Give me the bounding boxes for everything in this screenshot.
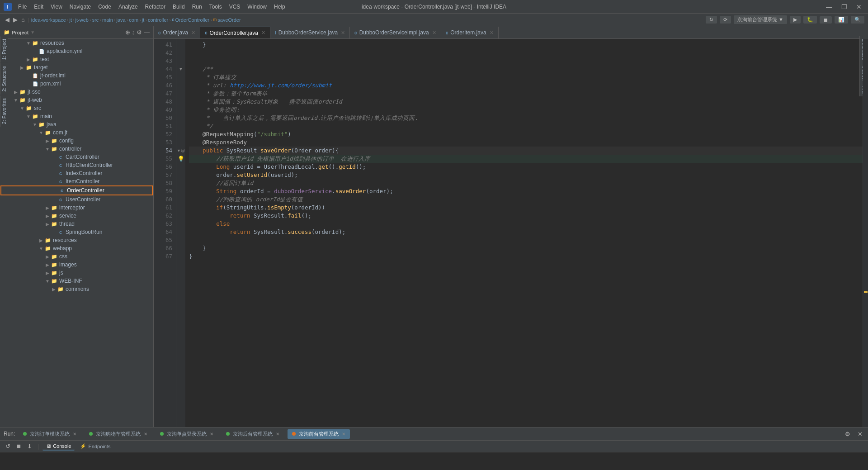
expand-arrow[interactable]: ▶ bbox=[44, 271, 51, 275]
breadcrumb-src[interactable]: src bbox=[92, 17, 99, 23]
expand-arrow[interactable]: ▶ bbox=[44, 205, 51, 210]
expand-arrow[interactable]: ▶ bbox=[44, 262, 51, 267]
sidebar-minimize-icon[interactable]: — bbox=[144, 29, 150, 36]
tree-main[interactable]: ▼ 📁 main bbox=[0, 112, 153, 120]
console-stop-icon[interactable]: ⏹ bbox=[14, 443, 24, 450]
tab-close[interactable]: ✕ bbox=[191, 30, 195, 36]
tree-cart-controller[interactable]: c CartController bbox=[0, 153, 153, 161]
tab-ordercontroller-java[interactable]: c OrderController.java ✕ bbox=[200, 27, 270, 38]
tree-httpclient-controller[interactable]: c HttpClientController bbox=[0, 161, 153, 169]
tree-interceptor[interactable]: ▶ 📁 interceptor bbox=[0, 204, 153, 212]
run-tab-close[interactable]: ✕ bbox=[342, 432, 345, 437]
expand-arrow[interactable]: ▼ bbox=[19, 106, 25, 111]
maximize-button[interactable]: ❐ bbox=[839, 2, 850, 11]
tree-item-controller[interactable]: c ItemController bbox=[0, 177, 153, 185]
expand-arrow[interactable]: ▶ bbox=[38, 238, 44, 243]
breadcrumb-ordercontroller[interactable]: OrderController bbox=[175, 17, 209, 23]
expand-arrow[interactable]: ▶ bbox=[44, 214, 51, 218]
run-tab-close[interactable]: ✕ bbox=[276, 432, 279, 437]
stop-button[interactable]: ⏹ bbox=[820, 16, 832, 24]
tree-jt-order-iml[interactable]: 📋 jt-order.iml bbox=[0, 71, 153, 80]
expand-arrow[interactable]: ▼ bbox=[38, 130, 44, 135]
tree-service[interactable]: ▶ 📁 service bbox=[0, 212, 153, 220]
debug-button[interactable]: 🐛 bbox=[803, 16, 817, 24]
menu-run[interactable]: Run bbox=[189, 3, 205, 11]
expand-arrow[interactable]: ▶ bbox=[44, 222, 51, 227]
profile-selector[interactable]: 京淘前台管理系统 ▼ bbox=[734, 15, 787, 24]
tree-thread[interactable]: ▶ 📁 thread bbox=[0, 220, 153, 228]
menu-file[interactable]: File bbox=[15, 3, 29, 11]
tree-springbootrun[interactable]: c SpringBootRun bbox=[0, 228, 153, 236]
console-tab-console[interactable]: 🖥 Console bbox=[42, 442, 75, 451]
expand-arrow[interactable]: ▼ bbox=[38, 246, 44, 251]
menu-help[interactable]: Help bbox=[271, 3, 288, 11]
favorites-panel-tab[interactable]: 2: Favorites bbox=[0, 95, 8, 127]
expand-arrow[interactable]: ▶ bbox=[13, 90, 19, 95]
tree-jt-sso[interactable]: ▶ 📁 jt-sso bbox=[0, 88, 153, 96]
home-icon[interactable]: ⌂ bbox=[20, 16, 26, 23]
menu-analyze[interactable]: Analyze bbox=[116, 3, 141, 11]
code-content[interactable]: } /** * 订单提交 * url: http://www.jt.com/or… bbox=[185, 39, 863, 427]
tree-controller[interactable]: ▼ 📁 controller bbox=[0, 145, 153, 153]
tree-commons[interactable]: ▶ 📁 commons bbox=[0, 285, 153, 293]
tree-user-controller[interactable]: c UserController bbox=[0, 195, 153, 204]
run-tab-close[interactable]: ✕ bbox=[210, 432, 213, 437]
tree-com-jt[interactable]: ▼ 📁 com.jt bbox=[0, 128, 153, 137]
sync-button[interactable]: ⟳ bbox=[720, 16, 731, 24]
console-scroll-icon[interactable]: ⬇ bbox=[25, 443, 34, 450]
expand-arrow[interactable]: ▶ bbox=[51, 287, 57, 292]
breadcrumb-com[interactable]: com bbox=[129, 17, 138, 23]
tree-js[interactable]: ▶ 📁 js bbox=[0, 269, 153, 277]
run-tab-jt-order[interactable]: 京淘订单模块系统 ✕ bbox=[19, 429, 81, 439]
tree-resources2[interactable]: ▶ 📁 resources bbox=[0, 236, 153, 244]
sidebar-expand-icon[interactable]: ↕ bbox=[132, 29, 135, 36]
tab-close[interactable]: ✕ bbox=[261, 30, 265, 36]
menu-view[interactable]: View bbox=[48, 3, 65, 11]
run-button[interactable]: ▶ bbox=[790, 16, 801, 24]
tree-webinf[interactable]: ▼ 📁 WEB-INF bbox=[0, 277, 153, 285]
tree-webapp[interactable]: ▼ 📁 webapp bbox=[0, 244, 153, 252]
breadcrumb-controller[interactable]: controller bbox=[148, 17, 168, 23]
breadcrumb-main[interactable]: main bbox=[102, 17, 113, 23]
tree-jt-web[interactable]: ▼ 📁 jt-web bbox=[0, 96, 153, 104]
menu-build[interactable]: Build bbox=[170, 3, 188, 11]
tab-dubboorderserviceimpl-java[interactable]: c DubboOrderServiceImpl.java ✕ bbox=[350, 27, 441, 38]
refresh-button[interactable]: ↻ bbox=[706, 16, 717, 24]
breadcrumb-jt-web[interactable]: jt-web bbox=[75, 17, 89, 23]
console-tab-endpoints[interactable]: ⚡ Endpoints bbox=[76, 442, 114, 450]
expand-arrow[interactable]: ▼ bbox=[44, 279, 51, 284]
console-rerun-icon[interactable]: ↺ bbox=[4, 443, 12, 450]
tab-orderitem-java[interactable]: c OrderItem.java ✕ bbox=[441, 27, 499, 38]
tab-dubboorderservice-java[interactable]: I DubboOrderService.java ✕ bbox=[270, 27, 350, 38]
tree-resources[interactable]: ▼ 📁 resources bbox=[0, 39, 153, 47]
sidebar-locate-icon[interactable]: ⊕ bbox=[125, 29, 130, 36]
expand-arrow[interactable]: ▼ bbox=[32, 122, 38, 127]
menu-navigate[interactable]: Navigate bbox=[67, 3, 94, 11]
run-settings-button[interactable]: ⚙ bbox=[843, 430, 852, 438]
expand-arrow[interactable]: ▶ bbox=[19, 65, 25, 70]
tree-application-yml[interactable]: 📄 application.yml bbox=[0, 47, 153, 55]
structure-panel-tab[interactable]: 2: Structure bbox=[0, 63, 8, 95]
expand-arrow[interactable]: ▶ bbox=[44, 254, 51, 259]
breadcrumb-java[interactable]: java bbox=[116, 17, 125, 23]
project-panel-tab[interactable]: 1: Project bbox=[0, 36, 8, 62]
run-tab-cart[interactable]: 京淘购物车管理系统 ✕ bbox=[85, 429, 152, 439]
tree-target[interactable]: ▶ 📁 target bbox=[0, 63, 153, 71]
tree-css[interactable]: ▶ 📁 css bbox=[0, 252, 153, 261]
tree-config[interactable]: ▶ 📁 config bbox=[0, 137, 153, 145]
run-close-button[interactable]: ✕ bbox=[856, 430, 864, 438]
tree-pom-xml[interactable]: 📄 pom.xml bbox=[0, 80, 153, 88]
expand-arrow[interactable]: ▼ bbox=[13, 98, 19, 103]
menu-code[interactable]: Code bbox=[95, 3, 114, 11]
tab-close[interactable]: ✕ bbox=[490, 30, 494, 36]
search-everywhere-button[interactable]: 🔍 bbox=[851, 16, 864, 24]
expand-arrow[interactable]: ▼ bbox=[25, 114, 32, 119]
tab-order-java[interactable]: c Order.java ✕ bbox=[154, 27, 200, 38]
tree-test[interactable]: ▶ 📁 test bbox=[0, 55, 153, 63]
menu-edit[interactable]: Edit bbox=[31, 3, 46, 11]
tree-images[interactable]: ▶ 📁 images bbox=[0, 261, 153, 269]
close-button[interactable]: ✕ bbox=[854, 2, 864, 11]
breadcrumb-jt[interactable]: jt bbox=[69, 17, 72, 23]
menu-tools[interactable]: Tools bbox=[207, 3, 225, 11]
menu-refactor[interactable]: Refactor bbox=[142, 3, 168, 11]
